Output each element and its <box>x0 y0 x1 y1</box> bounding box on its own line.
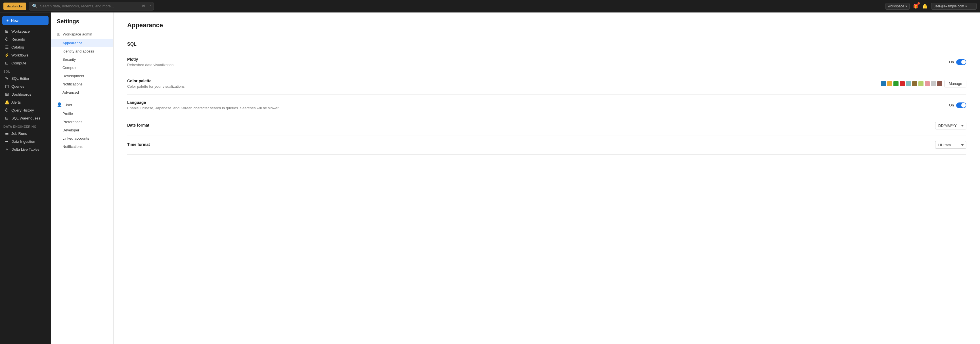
delta-live-tables-icon: ◬ <box>5 147 9 151</box>
swatch-8 <box>924 81 930 86</box>
new-button[interactable]: ＋ New <box>2 16 49 25</box>
color-palette-description: Color palette for your visualizations <box>127 84 881 89</box>
date-format-control: DD/MM/YY MM/DD/YY YY/MM/DD <box>935 122 966 129</box>
time-format-setting-row: Time format HH:mm hh:mm a <box>127 135 966 155</box>
color-palette-control: Manage <box>881 80 966 88</box>
main-content: Appearance SQL Plotly Refreshed data vis… <box>113 13 980 344</box>
settings-nav-identity[interactable]: Identity and access <box>51 47 113 55</box>
language-info: Language Enable Chinese, Japanese, and K… <box>127 100 949 110</box>
settings-nav-security[interactable]: Security <box>51 55 113 64</box>
swatch-7 <box>918 81 923 86</box>
sidebar: ＋ New ⊞ Workspace ⏱ Recents ☰ Catalog ⚡ … <box>0 13 51 344</box>
sidebar-item-workflows[interactable]: ⚡ Workflows <box>1 51 50 59</box>
color-palette-setting-row: Color palette Color palette for your vis… <box>127 73 966 94</box>
alerts-icon: 🔔 <box>5 100 9 104</box>
language-setting-row: Language Enable Chinese, Japanese, and K… <box>127 94 966 116</box>
plus-icon: ＋ <box>6 18 10 23</box>
settings-nav-user-notifications[interactable]: Notifications <box>51 142 113 151</box>
topbar-right: workspace ▾ 🎁 🔔 user@example.com ▾ <box>886 3 977 10</box>
settings-nav-appearance[interactable]: Appearance <box>51 39 113 47</box>
plotly-description: Refreshed data visualization <box>127 63 949 67</box>
gift-icon[interactable]: 🎁 <box>913 3 919 9</box>
settings-nav: Settings ⊞ Workspace admin Appearance Id… <box>51 13 113 344</box>
color-palette-label: Color palette <box>127 79 881 83</box>
search-bar[interactable]: 🔍 ⌘ + P <box>29 2 154 11</box>
settings-nav-development[interactable]: Development <box>51 72 113 80</box>
sql-warehouses-icon: ⊟ <box>5 116 9 120</box>
workflows-icon: ⚡ <box>5 53 9 57</box>
page-title: Appearance <box>127 22 966 29</box>
sidebar-item-sql-editor[interactable]: ✎ SQL Editor <box>1 74 50 82</box>
manage-button[interactable]: Manage <box>945 80 966 88</box>
date-format-info: Date format <box>127 123 935 129</box>
swatch-10 <box>937 81 942 86</box>
sidebar-item-job-runs[interactable]: ☰ Job Runs <box>1 129 50 137</box>
plotly-toggle[interactable] <box>956 59 966 65</box>
settings-nav-notifications[interactable]: Notifications <box>51 80 113 88</box>
workspace-dropdown[interactable]: workspace ▾ <box>886 3 910 10</box>
sql-editor-icon: ✎ <box>5 76 9 81</box>
user-section: 👤 User <box>51 100 113 110</box>
dashboards-icon: ▦ <box>5 92 9 97</box>
swatch-1 <box>881 81 886 86</box>
workspace-admin-section: ⊞ Workspace admin <box>51 29 113 39</box>
time-format-control: HH:mm hh:mm a <box>935 141 966 149</box>
engineering-section-label: Data Engineering <box>0 122 51 129</box>
recents-icon: ⏱ <box>5 37 9 41</box>
settings-nav-compute[interactable]: Compute <box>51 64 113 72</box>
sidebar-item-data-ingestion[interactable]: ⇥ Data Ingestion <box>1 137 50 145</box>
catalog-icon: ☰ <box>5 45 9 49</box>
plotly-setting-row: Plotly Refreshed data visualization On <box>127 51 966 73</box>
plotly-control: On <box>949 59 966 65</box>
bell-icon[interactable]: 🔔 <box>922 3 928 9</box>
settings-title: Settings <box>51 18 113 29</box>
job-runs-icon: ☰ <box>5 131 9 136</box>
sidebar-item-delta-live-tables[interactable]: ◬ Delta Live Tables <box>1 145 50 153</box>
queries-icon: ◫ <box>5 84 9 89</box>
settings-nav-developer[interactable]: Developer <box>51 126 113 134</box>
sidebar-item-alerts[interactable]: 🔔 Alerts <box>1 98 50 106</box>
sidebar-item-query-history[interactable]: ⏱ Query History <box>1 106 50 114</box>
plotly-toggle-label: On <box>949 60 954 64</box>
color-palette-info: Color palette Color palette for your vis… <box>127 79 881 89</box>
time-format-select[interactable]: HH:mm hh:mm a <box>935 141 966 149</box>
chevron-down-icon: ▾ <box>965 4 967 8</box>
sidebar-item-compute[interactable]: ⊡ Compute <box>1 59 50 67</box>
sidebar-item-dashboards[interactable]: ▦ Dashboards <box>1 90 50 98</box>
sql-section-label: SQL <box>0 67 51 74</box>
title-divider <box>127 36 966 36</box>
time-format-info: Time format <box>127 142 935 148</box>
settings-nav-profile[interactable]: Profile <box>51 110 113 118</box>
swatch-5 <box>906 81 911 86</box>
time-format-label: Time format <box>127 142 935 147</box>
sidebar-item-recents[interactable]: ⏱ Recents <box>1 35 50 43</box>
workspace-icon: ⊞ <box>5 29 9 33</box>
sql-section-heading: SQL <box>127 42 966 47</box>
language-label: Language <box>127 100 949 105</box>
search-icon: 🔍 <box>32 3 38 9</box>
settings-nav-advanced[interactable]: Advanced <box>51 88 113 97</box>
swatch-2 <box>887 81 892 86</box>
search-input[interactable] <box>40 4 140 8</box>
gift-badge <box>918 2 920 5</box>
language-toggle-label: On <box>949 103 954 107</box>
sidebar-item-workspace[interactable]: ⊞ Workspace <box>1 27 50 35</box>
settings-nav-preferences[interactable]: Preferences <box>51 118 113 126</box>
sidebar-item-catalog[interactable]: ☰ Catalog <box>1 43 50 51</box>
workspace-admin-icon: ⊞ <box>57 32 60 37</box>
swatch-3 <box>893 81 899 86</box>
compute-icon: ⊡ <box>5 61 9 65</box>
language-toggle[interactable] <box>956 102 966 108</box>
plotly-label: Plotly <box>127 57 949 62</box>
query-history-icon: ⏱ <box>5 108 9 112</box>
user-section-icon: 👤 <box>57 102 62 107</box>
sidebar-item-sql-warehouses[interactable]: ⊟ SQL Warehouses <box>1 114 50 122</box>
data-ingestion-icon: ⇥ <box>5 139 9 143</box>
user-dropdown[interactable]: user@example.com ▾ <box>931 3 977 10</box>
date-format-select[interactable]: DD/MM/YY MM/DD/YY YY/MM/DD <box>935 122 966 129</box>
plotly-info: Plotly Refreshed data visualization <box>127 57 949 67</box>
sidebar-item-queries[interactable]: ◫ Queries <box>1 82 50 90</box>
logo: databricks <box>3 3 26 10</box>
search-shortcut: ⌘ + P <box>142 4 151 8</box>
settings-nav-linked-accounts[interactable]: Linked accounts <box>51 134 113 142</box>
